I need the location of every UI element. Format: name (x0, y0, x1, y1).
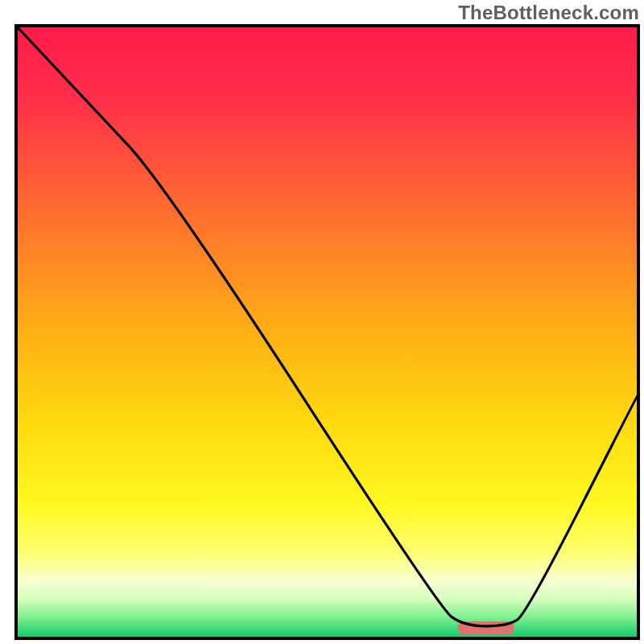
plot-area (16, 26, 638, 638)
chart-stage: TheBottleneck.com (0, 0, 644, 644)
watermark-text: TheBottleneck.com (458, 2, 639, 24)
chart-svg (0, 0, 644, 644)
gradient-background (16, 26, 638, 638)
